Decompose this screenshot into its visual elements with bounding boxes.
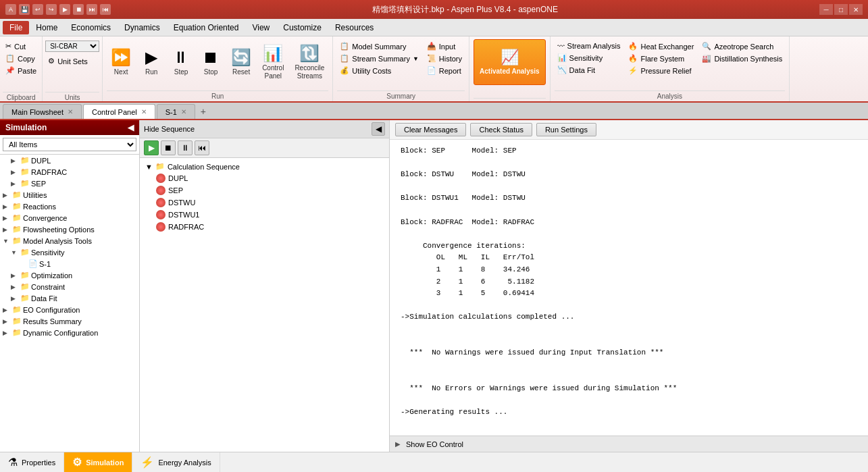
menu-customize[interactable]: Customize (276, 21, 328, 34)
menu-resources[interactable]: Resources (328, 21, 380, 34)
utility-costs-button[interactable]: 💰 Utility Costs (337, 65, 422, 76)
data-fit-button[interactable]: 📉 Data Fit (555, 64, 623, 76)
console-line-14 (401, 300, 857, 312)
quick-access-7[interactable]: ⏮ (100, 4, 111, 15)
step-button[interactable]: ⏸ Step (168, 39, 195, 85)
hide-sequence-button[interactable]: Hide Sequence (144, 125, 195, 133)
console-output[interactable]: Block: SEP Model: SEP Block: DSTWU Model… (390, 140, 868, 436)
calc-item-radfrac[interactable]: RADFRAC (143, 221, 386, 233)
paste-button[interactable]: 📌 Paste (3, 65, 39, 76)
clear-messages-button[interactable]: Clear Messages (395, 123, 466, 136)
sidebar-item-sep[interactable]: ▶ 📁 SEP (0, 178, 139, 189)
stream-dropdown-icon[interactable]: ▼ (413, 55, 419, 62)
menu-equation-oriented[interactable]: Equation Oriented (167, 21, 246, 34)
sidebar-item-sensitivity[interactable]: ▼ 📁 Sensitivity (0, 246, 139, 258)
console-toolbar: Clear Messages Check Status Run Settings (390, 120, 868, 140)
nav-energy-analysis[interactable]: ⚡ Energy Analysis (132, 452, 220, 472)
calc-item-dstwu[interactable]: DSTWU (143, 196, 386, 209)
run-button[interactable]: ▶ Run (138, 39, 165, 85)
sidebar-item-flowsheeting[interactable]: ▶ 📁 Flowsheeting Options (0, 224, 139, 235)
calc-item-dupl[interactable]: DUPL (143, 172, 386, 184)
tab-add-button[interactable]: + (197, 104, 210, 119)
reset-button[interactable]: 🔄 Reset (227, 39, 255, 85)
activated-analysis-button[interactable]: 📈 Activated Analysis (474, 39, 546, 85)
tab-control-panel[interactable]: Control Panel ✕ (83, 104, 155, 119)
input-button[interactable]: 📥 Input (424, 41, 465, 52)
menu-home[interactable]: Home (29, 21, 64, 34)
minimize-button[interactable]: ─ (819, 4, 833, 15)
sidebar-item-model-analysis[interactable]: ▼ 📁 Model Analysis Tools (0, 235, 139, 246)
close-button[interactable]: ✕ (849, 4, 863, 15)
sidebar-item-results-summary[interactable]: ▶ 📁 Results Summary (0, 315, 139, 327)
copy-button[interactable]: 📋 Copy (3, 53, 39, 64)
sidebar-item-utilities[interactable]: ▶ 📁 Utilities (0, 189, 139, 201)
menu-bar: File Home Economics Dynamics Equation Or… (0, 19, 868, 36)
tab-s1[interactable]: S-1 ✕ (157, 104, 195, 119)
menu-economics[interactable]: Economics (64, 21, 118, 34)
calc-item-dstwu1[interactable]: DSTWU1 (143, 209, 386, 221)
model-summary-button[interactable]: 📋 Model Summary (337, 41, 422, 52)
menu-file[interactable]: File (3, 21, 29, 34)
console-line-11: 1 1 8 34.246 (401, 264, 857, 276)
quick-access-2[interactable]: ↩ (32, 4, 43, 15)
pressure-relief-button[interactable]: ⚡ Pressure Relief (626, 65, 696, 76)
cut-button[interactable]: ✂ Cut (3, 41, 39, 52)
azeotrope-search-button[interactable]: 🔍 Azeotrope Search (699, 41, 785, 52)
quick-access-5[interactable]: ⏹ (73, 4, 84, 15)
tab-s1-close[interactable]: ✕ (181, 108, 186, 115)
sidebar-item-s1[interactable]: 📄 S-1 (0, 258, 139, 269)
quick-access-3[interactable]: ↪ (46, 4, 57, 15)
seq-play-button[interactable]: ▶ (144, 140, 159, 155)
menu-dynamics[interactable]: Dynamics (118, 21, 167, 34)
nav-properties[interactable]: ⚗ Properties (0, 452, 64, 472)
sidebar-filter-select[interactable]: All Items (3, 138, 136, 151)
quick-access-1[interactable]: 💾 (19, 4, 30, 15)
sidebar-item-dynamic-config[interactable]: ▶ 📁 Dynamic Configuration (0, 327, 139, 338)
sidebar-item-optimization[interactable]: ▶ 📁 Optimization (0, 269, 139, 281)
sensitivity-button[interactable]: 📊 Sensitivity (555, 52, 623, 63)
seq-stop-button[interactable]: ⏹ (161, 140, 176, 155)
sidebar-collapse-button[interactable]: ◀ (128, 123, 134, 132)
menu-view[interactable]: View (245, 21, 276, 34)
nav-simulation[interactable]: ⚙ Simulation (64, 452, 132, 472)
heat-exchanger-button[interactable]: 🔥 Heat Exchanger (626, 41, 696, 52)
sidebar-item-dupl[interactable]: ▶ 📁 DUPL (0, 155, 139, 166)
stop-button[interactable]: ⏹ Stop (197, 39, 224, 85)
sidebar-item-reactions[interactable]: ▶ 📁 Reactions (0, 201, 139, 212)
run-icon: ▶ (145, 48, 157, 67)
run-settings-button[interactable]: Run Settings (536, 123, 596, 136)
stream-analysis-button[interactable]: 〰 Stream Analysis (555, 41, 623, 51)
control-panel-button[interactable]: 📊 Control Panel (258, 39, 288, 85)
sidebar-item-convergence[interactable]: ▶ 📁 Convergence (0, 212, 139, 224)
maximize-button[interactable]: □ (834, 4, 848, 15)
tab-main-flowsheet[interactable]: Main Flowsheet ✕ (3, 104, 82, 119)
next-button[interactable]: ⏩ Next (107, 39, 135, 85)
collapse-sequence-button[interactable]: ◀ (372, 122, 385, 136)
seq-first-button[interactable]: ⏮ (195, 140, 209, 155)
sidebar-item-eo-config[interactable]: ▶ 📁 EO Configuration (0, 304, 139, 315)
check-status-button[interactable]: Check Status (470, 123, 532, 136)
expand-icon: ▶ (3, 330, 11, 336)
eo-control-label[interactable]: Show EO Control (406, 440, 463, 448)
quick-access-6[interactable]: ⏭ (86, 4, 97, 15)
tab-main-flowsheet-close[interactable]: ✕ (68, 108, 73, 115)
tab-control-panel-close[interactable]: ✕ (141, 108, 147, 115)
flare-system-button[interactable]: 🔥 Flare System (626, 53, 696, 64)
report-button[interactable]: 📄 Report (424, 65, 465, 76)
eo-expand-icon[interactable]: ▶ (395, 440, 401, 448)
distillation-synthesis-button[interactable]: 🏭 Distillation Synthesis (699, 53, 785, 64)
unit-sets-button[interactable]: ⚙ Unit Sets (45, 55, 99, 67)
stream-summary-button[interactable]: 📋 Stream Summary ▼ (337, 53, 422, 64)
sidebar-item-data-fit[interactable]: ▶ 📁 Data Fit (0, 292, 139, 304)
unit-set-selector[interactable]: SI-CBAR (45, 41, 99, 52)
reconcile-button[interactable]: 🔃 Reconcile Streams (290, 39, 328, 85)
analysis-col3: 🔍 Azeotrope Search 🏭 Distillation Synthe… (699, 39, 785, 64)
dstwu-status-icon (156, 198, 165, 207)
expand-root-icon[interactable]: ▼ (145, 163, 153, 171)
seq-pause-button[interactable]: ⏸ (178, 140, 193, 155)
quick-access-4[interactable]: ▶ (59, 4, 70, 15)
sidebar-item-radfrac[interactable]: ▶ 📁 RADFRAC (0, 166, 139, 178)
sidebar-item-constraint[interactable]: ▶ 📁 Constraint (0, 281, 139, 292)
history-button[interactable]: 📜 History (424, 53, 465, 64)
calc-item-sep[interactable]: SEP (143, 184, 386, 196)
